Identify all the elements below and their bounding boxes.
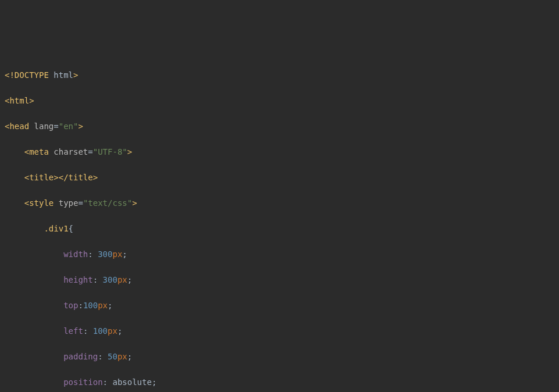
indent <box>5 352 63 361</box>
colon: : <box>93 275 103 284</box>
indent <box>5 301 63 310</box>
indent <box>5 198 24 208</box>
doctype-close: > <box>73 70 78 80</box>
semi: ; <box>127 275 132 284</box>
html-open: <html> <box>5 96 34 105</box>
css-prop: width <box>63 250 88 259</box>
code-line: padding: 50px; <box>5 350 554 363</box>
colon: : <box>88 250 98 259</box>
css-number: 100 <box>83 301 98 310</box>
code-line: width: 300px; <box>5 248 554 261</box>
attr-name: charset <box>54 147 88 156</box>
style-open: <style <box>24 198 59 208</box>
code-line: top:100px; <box>5 299 554 312</box>
code-line: <title></title> <box>5 171 554 184</box>
code-line: height: 300px; <box>5 273 554 286</box>
tag-close: > <box>78 122 83 131</box>
css-number: 300 <box>98 250 112 259</box>
code-line: <style type="text/css"> <box>5 197 554 209</box>
equals: = <box>54 122 58 131</box>
semi: ; <box>127 352 132 361</box>
equals: = <box>78 198 83 208</box>
semi: ; <box>108 301 112 310</box>
brace: { <box>69 224 73 233</box>
equals: = <box>88 147 92 156</box>
css-number: 300 <box>103 275 118 284</box>
attr-value: "UTF-8" <box>93 147 127 156</box>
css-number: 100 <box>93 326 108 336</box>
indent <box>5 275 63 284</box>
css-unit: px <box>118 275 127 284</box>
css-prop: height <box>63 275 93 284</box>
tag-close: > <box>132 198 137 208</box>
colon: : <box>98 352 108 361</box>
css-unit: px <box>112 250 122 259</box>
indent <box>5 224 44 233</box>
semi: ; <box>118 326 122 336</box>
code-line: <head lang="en"> <box>5 120 554 133</box>
code-line: left: 100px; <box>5 325 554 337</box>
css-prop: left <box>63 326 83 336</box>
attr-value: "en" <box>59 122 79 131</box>
attr-name: lang <box>34 122 54 131</box>
code-line: <!DOCTYPE html> <box>5 69 554 81</box>
code-editor[interactable]: <!DOCTYPE html> <html> <head lang="en"> … <box>5 56 554 392</box>
indent <box>5 147 24 156</box>
head-open: <head <box>5 122 34 131</box>
tag-close: > <box>127 147 132 156</box>
colon: : <box>78 301 83 310</box>
attr-value: "text/css" <box>83 198 132 208</box>
doctype-value: html <box>54 70 73 80</box>
indent <box>5 250 63 259</box>
css-unit: px <box>98 301 108 310</box>
meta-tag: <meta <box>24 147 54 156</box>
css-selector: .div1 <box>44 224 68 233</box>
css-number: 50 <box>108 352 118 361</box>
code-line: .div1{ <box>5 222 554 235</box>
code-line: <meta charset="UTF-8"> <box>5 145 554 158</box>
indent <box>5 173 24 182</box>
attr-name: type <box>59 198 79 208</box>
css-unit: px <box>118 352 127 361</box>
code-line: position: absolute; <box>5 376 554 389</box>
indent <box>5 326 63 336</box>
semi: ; <box>122 250 127 259</box>
code-line: <html> <box>5 94 554 107</box>
colon: : <box>103 377 113 387</box>
doctype-open: <!DOCTYPE <box>5 70 54 80</box>
css-prop: top <box>63 301 78 310</box>
css-prop: padding <box>63 352 98 361</box>
css-unit: px <box>108 326 118 336</box>
title-tag: <title></title> <box>24 173 98 182</box>
css-prop: position <box>63 377 102 387</box>
indent <box>5 377 63 387</box>
colon: : <box>83 326 93 336</box>
css-value: absolute <box>112 377 151 387</box>
semi: ; <box>152 377 156 387</box>
